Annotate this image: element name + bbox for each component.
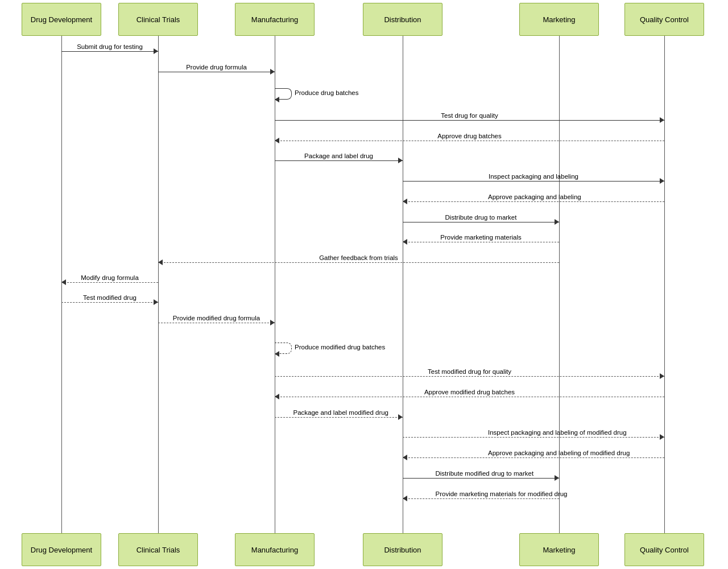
arrow-m14 bbox=[270, 320, 275, 325]
message-line-m14 bbox=[158, 323, 275, 323]
lifeline-box-top-drug-dev: Drug Development bbox=[22, 3, 101, 36]
message-label-m19: Inspect packaging and labeling of modifi… bbox=[488, 429, 579, 436]
lifeline-box-top-quality: Quality Control bbox=[624, 3, 704, 36]
message-line-m20 bbox=[403, 457, 664, 458]
message-label-m9: Distribute drug to market bbox=[436, 214, 527, 221]
message-label-m3: Produce drug batches bbox=[295, 89, 359, 96]
lifeline-line-marketing bbox=[559, 36, 560, 533]
lifeline-box-bottom-manufacturing: Manufacturing bbox=[235, 533, 315, 566]
message-line-m11 bbox=[158, 262, 559, 263]
message-line-m5 bbox=[275, 141, 664, 141]
lifeline-line-clinical bbox=[158, 36, 159, 533]
lifeline-box-bottom-clinical: Clinical Trials bbox=[118, 533, 198, 566]
message-line-m2 bbox=[158, 72, 275, 72]
arrow-m2 bbox=[270, 69, 275, 75]
lifeline-box-top-marketing: Marketing bbox=[519, 3, 599, 36]
arrow-m3 bbox=[275, 97, 279, 102]
message-line-m21 bbox=[403, 478, 559, 479]
message-label-m14: Provide modified drug formula bbox=[171, 315, 262, 321]
lifeline-box-bottom-quality: Quality Control bbox=[624, 533, 704, 566]
message-line-m4 bbox=[275, 120, 664, 121]
arrow-m21 bbox=[555, 475, 559, 481]
message-line-m10 bbox=[403, 242, 559, 242]
lifeline-box-top-distribution: Distribution bbox=[363, 3, 442, 36]
lifeline-box-bottom-drug-dev: Drug Development bbox=[22, 533, 101, 566]
arrow-m4 bbox=[660, 117, 664, 123]
message-label-m8: Approve packaging and labeling bbox=[488, 193, 579, 200]
message-label-m5: Approve drug batches bbox=[424, 133, 515, 139]
message-line-m7 bbox=[403, 181, 664, 182]
sequence-diagram: Drug DevelopmentDrug DevelopmentClinical… bbox=[0, 0, 728, 569]
arrow-m11 bbox=[158, 259, 163, 265]
message-line-m13 bbox=[61, 302, 158, 303]
arrow-m20 bbox=[403, 455, 407, 460]
message-line-m22 bbox=[403, 498, 559, 499]
message-label-m22: Provide marketing materials for modified… bbox=[436, 490, 527, 497]
message-label-m16: Test modified drug for quality bbox=[424, 368, 515, 375]
lifeline-box-top-manufacturing: Manufacturing bbox=[235, 3, 315, 36]
arrow-m15 bbox=[275, 351, 279, 357]
message-label-m17: Approve modified drug batches bbox=[424, 389, 515, 395]
arrow-m5 bbox=[275, 138, 279, 143]
message-label-m11: Gather feedback from trials bbox=[313, 254, 404, 261]
arrow-m17 bbox=[275, 394, 279, 399]
message-label-m1: Submit drug for testing bbox=[64, 43, 155, 50]
lifeline-line-manufacturing bbox=[275, 36, 275, 533]
arrow-m9 bbox=[555, 219, 559, 225]
lifeline-line-quality bbox=[664, 36, 665, 533]
arrow-m22 bbox=[403, 496, 407, 501]
message-label-m4: Test drug for quality bbox=[424, 112, 515, 119]
arrow-m10 bbox=[403, 239, 407, 245]
message-label-m13: Test modified drug bbox=[64, 294, 155, 301]
message-label-m21: Distribute modified drug to market bbox=[436, 470, 527, 477]
arrow-m8 bbox=[403, 199, 407, 204]
message-line-m8 bbox=[403, 201, 664, 202]
message-label-m15: Produce modified drug batches bbox=[295, 344, 385, 351]
message-line-m18 bbox=[275, 417, 403, 418]
arrow-m7 bbox=[660, 178, 664, 184]
message-label-m12: Modify drug formula bbox=[64, 274, 155, 281]
message-label-m10: Provide marketing materials bbox=[436, 234, 527, 241]
message-line-m17 bbox=[275, 397, 664, 397]
lifeline-box-bottom-marketing: Marketing bbox=[519, 533, 599, 566]
arrow-m6 bbox=[398, 158, 403, 163]
message-line-m12 bbox=[61, 282, 158, 283]
arrow-m18 bbox=[398, 414, 403, 420]
message-line-m1 bbox=[61, 51, 158, 52]
arrow-m16 bbox=[660, 373, 664, 379]
lifeline-box-top-clinical: Clinical Trials bbox=[118, 3, 198, 36]
lifeline-box-bottom-distribution: Distribution bbox=[363, 533, 442, 566]
message-line-m9 bbox=[403, 222, 559, 222]
message-label-m6: Package and label drug bbox=[293, 152, 384, 159]
message-label-m18: Package and label modified drug bbox=[293, 409, 384, 416]
message-label-m2: Provide drug formula bbox=[171, 64, 262, 71]
message-label-m7: Inspect packaging and labeling bbox=[488, 173, 579, 180]
message-line-m6 bbox=[275, 160, 403, 161]
message-label-m20: Approve packaging and labeling of modifi… bbox=[488, 450, 579, 456]
arrow-m19 bbox=[660, 434, 664, 440]
message-line-m19 bbox=[403, 437, 664, 438]
message-line-m16 bbox=[275, 376, 664, 377]
